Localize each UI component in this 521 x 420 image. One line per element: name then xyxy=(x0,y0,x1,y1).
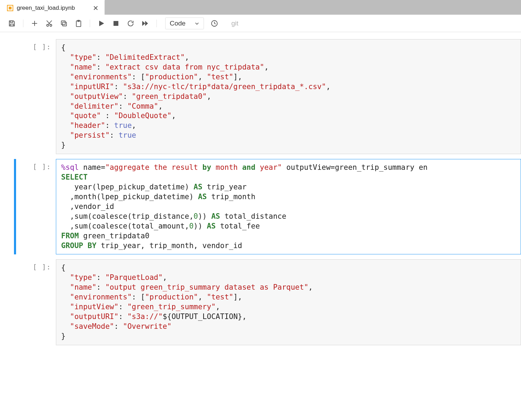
paste-button[interactable] xyxy=(74,19,83,28)
run-all-button[interactable] xyxy=(141,19,149,28)
cell-prompt: [ ]: xyxy=(14,159,56,254)
close-icon[interactable] xyxy=(92,4,100,12)
svg-rect-13 xyxy=(61,21,65,24)
svg-rect-1 xyxy=(9,7,12,9)
save-button[interactable] xyxy=(8,19,16,28)
svg-line-22 xyxy=(214,23,216,24)
tab-bar: green_taxi_load.ipynb xyxy=(0,0,521,15)
separator xyxy=(23,20,23,27)
svg-rect-12 xyxy=(63,22,66,26)
svg-point-9 xyxy=(50,24,52,26)
svg-rect-4 xyxy=(10,21,13,22)
code-cell[interactable]: [ ]:{ "type": "DelimitedExtract", "name"… xyxy=(0,39,521,154)
restart-button[interactable] xyxy=(126,19,135,28)
add-cell-button[interactable] xyxy=(30,19,39,28)
run-button[interactable] xyxy=(97,19,105,28)
separator xyxy=(156,20,157,27)
code-cell[interactable]: [ ]:{ "type": "ParquetLoad", "name": "ou… xyxy=(0,259,521,345)
cell-prompt: [ ]: xyxy=(14,259,56,345)
separator xyxy=(90,20,90,27)
tab-filename: green_taxi_load.ipynb xyxy=(17,5,88,12)
stop-button[interactable] xyxy=(112,19,120,28)
cut-button[interactable] xyxy=(45,19,53,28)
code-cell[interactable]: [ ]:%sql name="aggregate the result by m… xyxy=(0,159,521,254)
svg-marker-18 xyxy=(142,21,145,26)
notebook-icon xyxy=(7,5,13,11)
git-button[interactable]: git xyxy=(231,20,238,27)
svg-point-8 xyxy=(47,24,49,26)
chevron-down-icon xyxy=(195,21,199,26)
svg-marker-16 xyxy=(100,21,104,26)
svg-rect-17 xyxy=(114,21,118,26)
code-editor[interactable]: %sql name="aggregate the result by month… xyxy=(56,159,521,254)
notebook-area: [ ]:{ "type": "DelimitedExtract", "name"… xyxy=(0,32,521,361)
copy-button[interactable] xyxy=(60,19,68,28)
svg-rect-5 xyxy=(10,24,13,26)
kernel-status-icon[interactable] xyxy=(210,19,219,28)
cell-prompt: [ ]: xyxy=(14,39,56,154)
svg-marker-19 xyxy=(145,21,148,26)
tab-notebook[interactable]: green_taxi_load.ipynb xyxy=(0,0,105,15)
cell-type-label: Code xyxy=(170,20,185,27)
code-editor[interactable]: { "type": "DelimitedExtract", "name": "e… xyxy=(56,39,521,154)
cell-type-select[interactable]: Code xyxy=(165,17,204,29)
toolbar: Code git xyxy=(0,15,521,32)
code-editor[interactable]: { "type": "ParquetLoad", "name": "output… xyxy=(56,259,521,345)
